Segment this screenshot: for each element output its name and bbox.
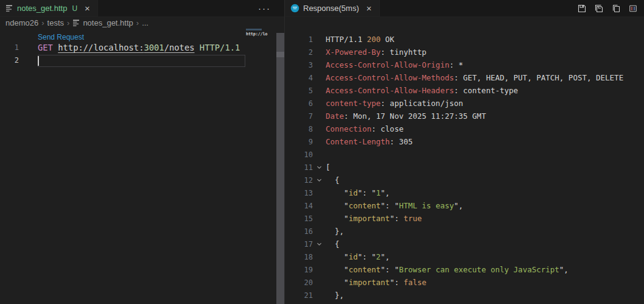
line-number: 11 <box>285 163 313 172</box>
breadcrumb-label: tests <box>47 18 64 27</box>
code-line[interactable]: 1HTTP/1.1 200 OK <box>285 33 644 46</box>
fold-chevron-icon[interactable] <box>313 241 326 247</box>
code-text: "important": false <box>326 278 427 287</box>
code-line[interactable]: 11[ <box>285 161 644 174</box>
code-line[interactable]: 7Date: Mon, 17 Nov 2025 11:27:35 GMT <box>285 110 644 122</box>
code-text: X-Powered-By: tinyhttp <box>326 48 427 57</box>
code-text: "id": "1", <box>326 188 390 197</box>
code-line[interactable]: 1GET http://localhost:3001/notes HTTP/1.… <box>0 41 253 54</box>
response-tab-bar: Response(5ms) × <box>285 0 644 17</box>
tab-label: Response(5ms) <box>303 4 359 13</box>
code-text: [ <box>326 163 331 172</box>
response-editor[interactable]: 1HTTP/1.1 200 OK2X-Powered-By: tinyhttp3… <box>285 17 644 304</box>
line-number: 12 <box>285 176 313 185</box>
code-line[interactable]: 19 "content": "Browser can execute only … <box>285 263 644 276</box>
save-icon <box>577 4 587 13</box>
code-line[interactable]: 3Access-Control-Allow-Origin: * <box>285 58 644 71</box>
fold-chevron-icon[interactable] <box>313 164 326 171</box>
response-code-lines: 1HTTP/1.1 200 OK2X-Powered-By: tinyhttp3… <box>285 33 644 302</box>
code-text: Content-Length: 305 <box>326 137 413 146</box>
code-text: GET http://localhost:3001/notes HTTP/1.1 <box>38 43 240 52</box>
line-number: 2 <box>285 48 313 57</box>
split-editor-button[interactable] <box>628 4 638 13</box>
http-file-icon <box>72 19 80 27</box>
tab-notes-get-http[interactable]: notes_get.http U × <box>0 0 98 16</box>
breadcrumb-separator-icon: › <box>67 18 69 27</box>
line-number: 6 <box>285 99 313 108</box>
code-text: Access-Control-Allow-Headers: content-ty… <box>326 86 518 95</box>
editor-actions <box>577 0 644 16</box>
line-number: 14 <box>285 202 313 210</box>
breadcrumb-separator-icon: › <box>41 18 44 27</box>
more-actions-icon[interactable]: ··· <box>258 3 271 13</box>
tab-label: notes_get.http <box>17 4 67 13</box>
code-line[interactable]: 13 "id": "1", <box>285 186 644 199</box>
scrollbar-thumb[interactable] <box>276 52 284 57</box>
copy-response-icon <box>611 4 621 13</box>
minimap-codelens-mark <box>246 29 262 30</box>
code-text: }, <box>326 291 344 300</box>
minimap[interactable]: http://lo <box>245 29 276 304</box>
code-line[interactable]: 15 "important": true <box>285 212 644 225</box>
code-text: Date: Mon, 17 Nov 2025 11:27:35 GMT <box>326 111 486 121</box>
code-line[interactable]: 2X-Powered-By: tinyhttp <box>285 46 644 58</box>
modified-badge: U <box>72 4 77 13</box>
rest-client-icon <box>290 4 299 13</box>
close-icon[interactable]: × <box>83 3 92 13</box>
line-number: 7 <box>285 112 313 121</box>
line-number: 10 <box>285 150 313 159</box>
code-line[interactable]: 10 <box>285 148 644 161</box>
code-line[interactable]: 21 }, <box>285 289 644 302</box>
line-number: 9 <box>285 138 313 146</box>
line-number: 17 <box>285 240 313 249</box>
code-line[interactable]: 14 "content": "HTML is easy", <box>285 199 644 212</box>
line-number: 13 <box>285 189 313 197</box>
code-line[interactable]: 12 { <box>285 174 644 186</box>
breadcrumb-item-notes-get-http[interactable]: notes_get.http <box>72 18 133 27</box>
line-number: 18 <box>285 253 313 261</box>
breadcrumb-separator-icon: › <box>136 18 139 27</box>
tab-response[interactable]: Response(5ms) × <box>285 0 380 16</box>
code-line[interactable]: 4Access-Control-Allow-Methods: GET, HEAD… <box>285 71 644 84</box>
code-line[interactable]: 9Content-Length: 305 <box>285 135 644 148</box>
breadcrumb-item-tests[interactable]: tests <box>47 18 64 27</box>
line-number: 3 <box>285 61 313 69</box>
vscode-window: notes_get.http U × ··· ndemo26›tests›not… <box>0 0 644 304</box>
save-all-button[interactable] <box>594 4 604 13</box>
code-text: Access-Control-Allow-Methods: GET, HEAD,… <box>326 73 623 82</box>
code-line[interactable]: 20 "important": false <box>285 276 644 289</box>
send-request-link[interactable]: Send Request <box>38 33 84 41</box>
code-line[interactable]: 17 { <box>285 238 644 250</box>
code-text: "id": "2", <box>326 252 390 261</box>
editor-group-right: Response(5ms) × 1HTTP/1.1 200 OK2X-Power… <box>285 0 644 304</box>
line-number: 21 <box>285 291 313 300</box>
save-button[interactable] <box>577 4 587 13</box>
line-number: 15 <box>285 214 313 223</box>
code-text: "important": true <box>326 214 422 223</box>
line-number: 19 <box>285 266 313 274</box>
breadcrumb-label: ndemo26 <box>5 18 38 27</box>
scrollbar[interactable] <box>276 33 284 304</box>
minimap-text: http://lo <box>246 32 267 37</box>
code-text: { <box>326 175 340 185</box>
line-number: 8 <box>285 125 313 133</box>
code-text: Connection: close <box>326 124 404 133</box>
text-cursor <box>38 56 39 66</box>
breadcrumb-item--[interactable]: ... <box>142 18 149 27</box>
line-number: 1 <box>285 35 313 44</box>
copy-response-button[interactable] <box>611 4 621 13</box>
code-line[interactable]: 8Connection: close <box>285 122 644 135</box>
code-text: Access-Control-Allow-Origin: * <box>326 60 463 69</box>
code-line[interactable]: 5Access-Control-Allow-Headers: content-t… <box>285 84 644 97</box>
request-editor[interactable]: Send Request 1GET http://localhost:3001/… <box>0 29 284 304</box>
code-line[interactable]: 16 }, <box>285 225 644 238</box>
breadcrumb-item-ndemo26[interactable]: ndemo26 <box>5 18 38 27</box>
breadcrumb-label: ... <box>142 18 149 27</box>
close-icon[interactable]: × <box>365 3 374 13</box>
code-text: "content": "HTML is easy", <box>326 201 463 210</box>
line-number: 5 <box>285 87 313 95</box>
code-line[interactable]: 6content-type: application/json <box>285 97 644 110</box>
code-line[interactable]: 18 "id": "2", <box>285 250 644 263</box>
split-editor-icon <box>628 4 638 13</box>
fold-chevron-icon[interactable] <box>313 177 326 183</box>
